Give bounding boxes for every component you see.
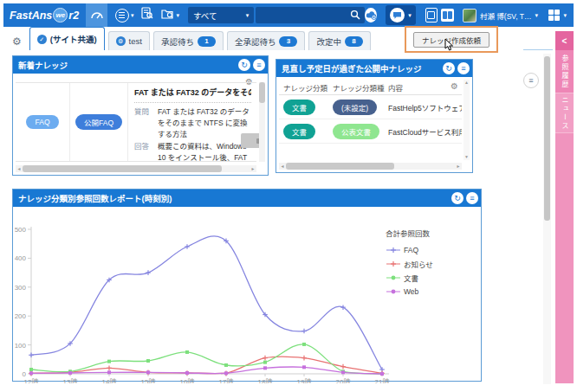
- horizontal-scrollbar[interactable]: ◄ ►: [16, 165, 256, 172]
- chart-legend: 合計参照回数 FAQ お知らせ 文書 Web: [386, 228, 433, 299]
- split-pane-icon: [443, 11, 447, 19]
- scroll-left-icon[interactable]: ◄: [279, 164, 286, 169]
- scroll-up-icon[interactable]: ▲: [464, 80, 469, 86]
- legend-marker: [386, 273, 401, 282]
- scrollbar-thumb[interactable]: [259, 82, 265, 103]
- chevron-down-icon: ▾: [408, 12, 412, 18]
- panel-title: 見直し予定日が過ぎた公開中ナレッジ: [276, 62, 443, 74]
- gear-icon[interactable]: ⚙: [451, 82, 458, 91]
- check-circle-icon: ✓: [37, 35, 47, 44]
- scroll-left-icon[interactable]: ◄: [16, 166, 23, 171]
- app-logo[interactable]: FastAnswer2: [10, 8, 79, 22]
- legend-marker: [386, 246, 401, 254]
- knowledge-row[interactable]: FAQ 公開FAQ FAT または FAT32 のデータをそのままで NTFS …: [16, 82, 256, 162]
- legend-label: お知らせ: [404, 259, 433, 269]
- legend-item-news[interactable]: お知らせ: [386, 257, 433, 271]
- scroll-right-icon[interactable]: ►: [455, 164, 462, 169]
- single-pane-layout-button[interactable]: [425, 8, 438, 22]
- refresh-icon[interactable]: ↻: [443, 62, 455, 74]
- app-window: FastAnswer2 ▾ ▾ すべて ▾: [0, 0, 577, 392]
- vertical-scrollbar[interactable]: [259, 82, 265, 162]
- mouse-cursor-icon: [444, 39, 454, 55]
- chevron-down-icon: ▾: [563, 12, 567, 18]
- svg-text:0: 0: [23, 370, 27, 378]
- field-label: 回答: [134, 141, 158, 161]
- count-badge: 1: [198, 36, 216, 47]
- refresh-icon[interactable]: ↻: [238, 59, 250, 71]
- document-search-button[interactable]: [141, 7, 153, 23]
- scroll-down-icon[interactable]: ▼: [464, 154, 469, 160]
- field-label: 質問: [134, 106, 158, 139]
- tab-all-approval-pending[interactable]: 全承認待ち 3: [227, 31, 306, 50]
- tab-approval-pending[interactable]: 承認待ち 1: [153, 31, 224, 50]
- search-icon[interactable]: [350, 8, 360, 23]
- single-pane-icon: [427, 11, 435, 19]
- overdue-knowledge-panel: 見直し予定日が過ぎた公開中ナレッジ ↻ ≡ ナレッジ分類 ナレッジ分類種別 内容…: [276, 59, 473, 173]
- new-knowledge-panel: 新着ナレッジ ↻ ≡ ⚙ FAQ 公開FAQ FAT または FAT32 のデー…: [12, 55, 269, 176]
- tab-test[interactable]: ⚙ test: [108, 31, 150, 50]
- legend-item-faq[interactable]: FAQ: [386, 243, 433, 257]
- svg-text:19時: 19時: [297, 378, 312, 383]
- type-cell: 公開FAQ: [70, 83, 128, 161]
- scroll-right-icon[interactable]: ►: [250, 166, 256, 171]
- field-text: FAT または FAT32 のデータをそのままで NTFS に変換する方法: [158, 106, 251, 139]
- list-icon[interactable]: ≡: [466, 192, 478, 204]
- panel-title: 新着ナレッジ: [13, 59, 238, 71]
- logo-text-2: r2: [68, 10, 79, 22]
- top-header-bar: FastAnswer2 ▾ ▾ すべて ▾: [3, 3, 574, 27]
- sidebar-item-news[interactable]: ニュース: [555, 93, 574, 133]
- field-row: 回答 概要この資料は、Windows 10 をインストール後、FAT または F…: [134, 141, 251, 161]
- tab-label: 改定中: [316, 35, 341, 48]
- sidebar-collapse-button[interactable]: <: [555, 31, 574, 50]
- svg-text:18時: 18時: [258, 378, 273, 383]
- list-icon[interactable]: ≡: [253, 59, 265, 71]
- refresh-icon[interactable]: ↻: [451, 192, 464, 204]
- folder-search-button[interactable]: ▾: [161, 8, 179, 23]
- column-header: ナレッジ分類: [279, 82, 333, 93]
- chevron-down-icon: ▾: [131, 12, 134, 18]
- panel-body: 010020030040050012時13時14時15時16時17時18時19時…: [13, 207, 481, 381]
- table-row[interactable]: 文書 (未設定) FastHelp5ソフトウェア保守契約書: [279, 95, 462, 119]
- search-scope-select[interactable]: すべて ▾: [188, 7, 254, 23]
- svg-text:300: 300: [15, 284, 27, 292]
- panel-header: ナレッジ分類別参照回数レポート(時刻別) ↻ ≡: [13, 190, 481, 207]
- knowledge-title[interactable]: FAT または FAT32 のデータをそのままで NTFS: [134, 87, 251, 98]
- dashboard-button[interactable]: [86, 3, 107, 27]
- svg-text:20時: 20時: [336, 378, 351, 383]
- user-menu[interactable]: 村瀬 博(SV, T… ▾: [463, 9, 538, 22]
- page-vertical-scrollbar[interactable]: [543, 54, 551, 384]
- folder-search-icon: [161, 8, 174, 23]
- legend-label: Web: [404, 287, 418, 296]
- knowledge-request-button[interactable]: ▾: [386, 5, 416, 25]
- knowledge-add-button[interactable]: [365, 8, 377, 22]
- overdue-table: ナレッジ分類 ナレッジ分類種別 内容 文書 (未設定) FastHelp5ソフト…: [279, 80, 462, 160]
- scrollbar-thumb[interactable]: [544, 56, 550, 221]
- svg-text:16時: 16時: [180, 378, 195, 383]
- content-cell: FastCloudサービス利用規約: [385, 126, 462, 137]
- scrollbar-thumb[interactable]: [286, 163, 394, 170]
- sidebar-item-reference-history[interactable]: 参照履歴: [555, 50, 574, 93]
- panel-header: 見直し予定日が過ぎた公開中ナレッジ ↻ ≡: [276, 60, 472, 77]
- apps-menu[interactable]: ▾: [548, 10, 567, 22]
- split-pane-layout-button[interactable]: [441, 9, 454, 22]
- collapsed-panel-list-icon[interactable]: ≡: [523, 73, 539, 88]
- menu-circle-button[interactable]: ▾: [115, 9, 134, 22]
- horizontal-scrollbar[interactable]: ◄ ►: [279, 163, 462, 170]
- search-input[interactable]: [260, 10, 350, 21]
- tab-label: test: [129, 36, 142, 46]
- legend-item-document[interactable]: 文書: [386, 271, 433, 285]
- table-row[interactable]: 文書 公表文書 FastCloudサービス利用規約: [279, 119, 462, 144]
- tab-site-common[interactable]: ✓ (サイト共通): [29, 27, 105, 50]
- scrollbar-thumb[interactable]: [23, 165, 222, 172]
- legend-label: 文書: [404, 273, 418, 283]
- user-name: 村瀬 博(SV, T…: [480, 10, 532, 21]
- legend-item-web[interactable]: Web: [386, 285, 433, 299]
- legend-title: 合計参照回数: [386, 228, 433, 238]
- vertical-scrollbar[interactable]: ▲ ▼: [464, 80, 470, 160]
- tab-settings-gear-icon[interactable]: ⚙: [12, 36, 22, 47]
- list-icon[interactable]: ≡: [457, 62, 470, 74]
- speech-bubble-icon: [390, 8, 405, 22]
- user-avatar: [463, 9, 477, 22]
- gear-circle-icon: ⚙: [116, 36, 126, 46]
- tab-under-revision[interactable]: 改定中 8: [308, 31, 371, 50]
